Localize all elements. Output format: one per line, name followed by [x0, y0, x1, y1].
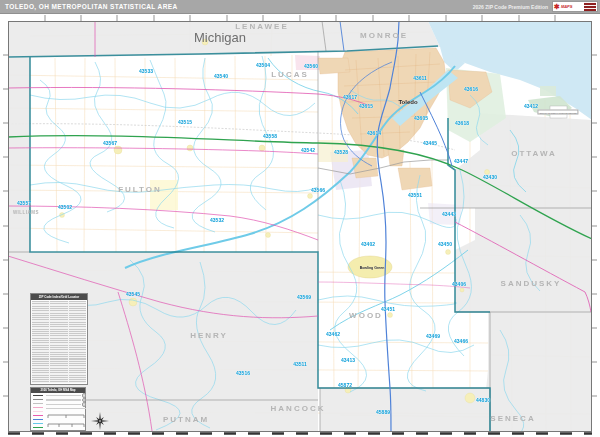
marketmaps-logo: ✱ MAPS — [552, 1, 598, 12]
zip-index-column — [69, 301, 86, 383]
logo-text: MAPS — [561, 4, 573, 9]
zip-index-table — [32, 301, 86, 383]
legend-panel: 2026 Toledo, OH MSA Map — [30, 387, 86, 431]
refuge-label-box — [550, 106, 567, 118]
zip-index-title: ZIP Code Index/Grid Locator — [31, 294, 87, 300]
legend-line-sample — [33, 395, 43, 397]
map-canvas — [0, 0, 600, 437]
hancock-area — [320, 388, 490, 431]
logo-block-icon — [584, 2, 596, 11]
zip-index-column — [32, 301, 49, 383]
williams-area — [8, 58, 30, 252]
zip-index-column — [50, 301, 67, 383]
edition-label: 2026 ZIP Code Premium Edition — [473, 4, 548, 10]
logo-burst-icon: ✱ — [554, 3, 560, 10]
legend-symbol-column — [33, 394, 44, 429]
legend-body — [33, 394, 84, 429]
legend-scale-column — [46, 394, 86, 429]
scale-bar-kilometers — [46, 421, 86, 429]
seneca-area — [485, 312, 592, 431]
map-sheet: { "header": { "title": "TOLEDO, OH METRO… — [0, 0, 600, 437]
map-title: TOLEDO, OH METROPOLITAN STATISTICAL AREA — [5, 3, 178, 10]
legend-title: 2026 Toledo, OH MSA Map — [31, 388, 85, 393]
zip-index-panel: ZIP Code Index/Grid Locator — [30, 293, 88, 385]
sandusky-area — [455, 208, 592, 312]
scale-bar-miles — [46, 412, 86, 420]
title-bar: TOLEDO, OH METROPOLITAN STATISTICAL AREA… — [0, 0, 600, 14]
